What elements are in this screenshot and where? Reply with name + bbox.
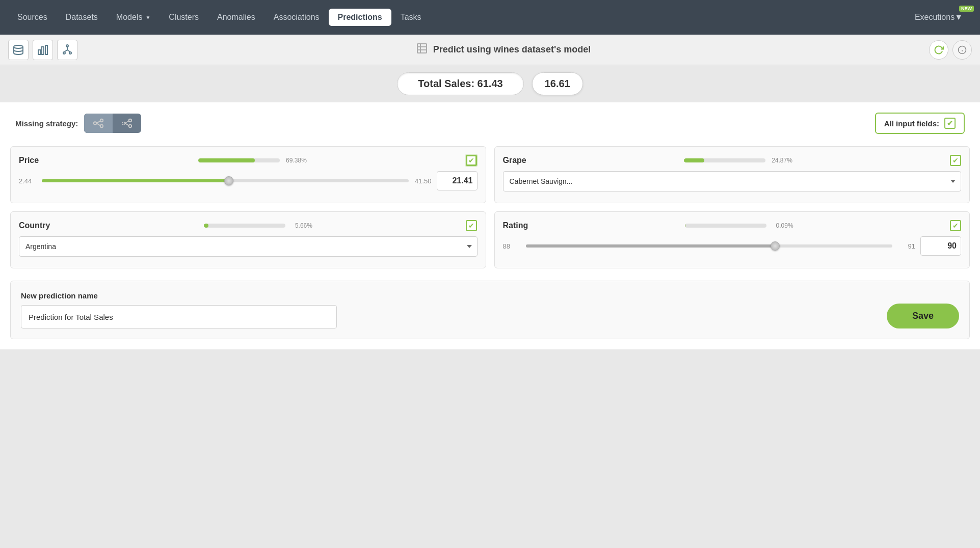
field-rating-track[interactable] [526,244,893,248]
field-rating-slider-row: 88 91 [503,236,962,256]
svg-point-6 [69,52,71,54]
field-rating-thumb[interactable] [771,241,780,251]
prediction-result-bar: Total Sales: 61.43 16.61 [0,65,980,102]
main-content: Missing strategy: [0,102,980,349]
toolbar-database-button[interactable] [8,40,29,60]
field-rating: Rating 0.09% ✔ 88 91 [494,211,970,268]
all-input-fields-label: All input fields: [884,119,939,128]
field-grape-importance: 24.87% [684,157,792,164]
field-grape-importance-pct: 24.87% [770,157,792,164]
field-price-slider-row: 2.44 41.50 [19,171,478,190]
toolbar: Predict using wines dataset's model [0,35,980,65]
nav-anomalies[interactable]: Anomalies [208,9,264,26]
field-grape-importance-bar [684,158,765,162]
field-grape-dropdown[interactable]: Cabernet Sauvign... Merlot Pinot Noir Ch… [503,171,962,191]
models-arrow-icon: ▼ [145,15,150,20]
strategy-buttons [84,114,141,133]
nav-datasets[interactable]: Datasets [57,9,107,26]
nav-sources[interactable]: Sources [8,9,57,26]
field-rating-checkbox[interactable]: ✔ [950,220,961,231]
prediction-result-pill: Total Sales: 61.43 [397,72,523,95]
field-price-importance-bar [198,158,280,162]
toolbar-info-button[interactable] [952,40,972,60]
field-grape: Grape 24.87% ✔ Cabernet Sauvign... Merlo… [494,146,970,203]
strategy-btn-connected[interactable] [84,114,113,133]
missing-strategy-control: Missing strategy: [15,114,141,133]
fields-grid: Price 69.38% ✔ 2.44 41.50 [10,146,970,268]
prediction-name-section: New prediction name Save [10,281,970,339]
all-input-fields-control[interactable]: All input fields: ✔ [875,113,965,134]
field-price-max: 41.50 [414,177,432,185]
field-rating-importance-bar [685,224,766,228]
svg-line-26 [125,123,129,126]
field-price-name: Price [19,156,39,165]
field-price-importance-fill [198,158,255,162]
field-grape-header: Grape 24.87% ✔ [503,155,962,166]
field-country-header: Country 5.66% ✔ [19,220,478,231]
field-price-importance: 69.38% [198,157,307,164]
svg-point-4 [66,45,68,47]
field-country-dropdown[interactable]: Argentina France Italy Spain USA [19,236,478,257]
svg-point-5 [63,52,65,54]
field-country-importance-pct: 5.66% [289,222,312,229]
missing-strategy-label: Missing strategy: [15,119,78,128]
field-price-checkbox[interactable]: ✔ [466,155,477,166]
field-country: Country 5.66% ✔ Argentina France Italy S… [10,211,486,268]
table-icon [416,42,428,58]
svg-point-19 [100,125,103,128]
toolbar-title: Predict using wines dataset's model [82,42,925,58]
svg-line-9 [67,50,70,52]
svg-rect-2 [42,47,44,54]
toolbar-tree-button[interactable] [57,40,77,60]
prediction-name-label: New prediction name [21,291,877,300]
field-rating-max: 91 [897,242,915,250]
field-country-importance-bar [204,224,285,228]
field-country-importance-fill [204,224,208,228]
field-rating-fill [526,244,775,248]
field-grape-checkbox[interactable]: ✔ [950,155,961,166]
field-price-fill [42,179,229,182]
field-rating-value-input[interactable] [920,236,961,256]
svg-line-21 [97,123,100,126]
nav-associations[interactable]: Associations [264,9,329,26]
nav-clusters[interactable]: Clusters [160,9,208,26]
field-price-value-input[interactable] [437,171,478,190]
nav-tasks[interactable]: Tasks [391,9,431,26]
svg-line-25 [125,121,129,123]
nav-predictions[interactable]: Predictions [329,9,391,26]
svg-point-23 [129,119,131,122]
field-grape-name: Grape [503,156,526,165]
toolbar-title-text: Predict using wines dataset's model [433,44,591,55]
executions-arrow-icon: ▼ [955,13,963,22]
prediction-value-pill: 16.61 [532,72,583,95]
field-price-header: Price 69.38% ✔ [19,155,478,166]
svg-rect-3 [45,45,47,54]
svg-point-18 [100,119,103,122]
svg-rect-1 [38,50,40,54]
svg-point-24 [129,125,131,128]
field-rating-header: Rating 0.09% ✔ [503,220,962,231]
prediction-name-left: New prediction name [21,291,877,328]
strategy-btn-separate[interactable] [113,114,141,133]
svg-rect-10 [417,44,427,53]
svg-point-0 [14,45,23,48]
nav-executions[interactable]: Executions ▼ NEW [906,9,972,26]
field-country-name: Country [19,221,50,230]
prediction-name-input[interactable] [21,305,337,328]
field-price-importance-pct: 69.38% [284,157,307,164]
nav-models[interactable]: Models ▼ [107,9,160,26]
toolbar-chart-button[interactable] [33,40,53,60]
field-rating-min: 88 [503,242,521,250]
field-price-track[interactable] [42,179,409,182]
svg-point-22 [122,122,125,125]
svg-line-8 [64,50,67,52]
all-input-checkbox[interactable]: ✔ [944,118,956,129]
field-rating-importance-pct: 0.09% [771,222,793,229]
field-country-checkbox[interactable]: ✔ [466,220,477,231]
field-rating-importance: 0.09% [685,222,793,229]
toolbar-refresh-button[interactable] [929,40,948,60]
svg-point-17 [94,122,97,125]
field-rating-name: Rating [503,221,528,230]
field-price-thumb[interactable] [224,176,233,185]
save-button[interactable]: Save [887,304,959,328]
